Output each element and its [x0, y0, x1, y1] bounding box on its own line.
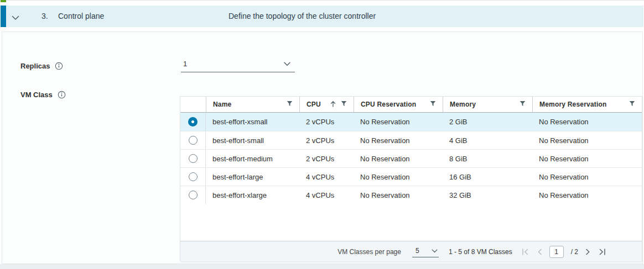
table-row-best-effort-xlarge[interactable]: best-effort-xlarge 4 vCPUs No Reservatio… — [180, 186, 642, 204]
row-range-text: 1 - 5 of 8 VM Classes — [449, 248, 512, 256]
vm-class-label-text: VM Class — [20, 91, 53, 99]
radio-column-header — [180, 97, 206, 112]
column-header-cpu[interactable]: CPU — [299, 97, 354, 112]
cell-cpu: 4 vCPUs — [299, 168, 354, 186]
cell-memory: 32 GiB — [443, 186, 532, 204]
cell-memory: 2 GiB — [443, 113, 532, 131]
chevron-down-icon — [432, 247, 438, 255]
cell-cpu: 2 vCPUs — [299, 150, 354, 167]
cell-memory: 8 GiB — [443, 150, 532, 167]
cell-memory: 16 GiB — [443, 168, 532, 186]
step-number: 3. — [41, 12, 48, 20]
filter-icon[interactable] — [287, 101, 293, 108]
cell-cpu: 4 vCPUs — [299, 186, 354, 204]
table-empty-space — [180, 204, 642, 241]
replicas-label: Replicas — [20, 62, 63, 70]
control-plane-step: 3. Control plane Define the topology of … — [0, 0, 644, 269]
filter-icon[interactable] — [430, 101, 436, 108]
row-radio-button[interactable] — [188, 117, 198, 126]
collapse-chevron-icon[interactable] — [12, 13, 19, 23]
replicas-select[interactable]: 1 — [181, 57, 295, 72]
cell-name: best-effort-medium — [206, 150, 299, 167]
row-radio-button[interactable] — [189, 191, 198, 199]
bottom-edge-strip — [0, 264, 644, 269]
cell-cpu-reservation: No Reservation — [354, 186, 443, 204]
table-row-best-effort-large[interactable]: best-effort-large 4 vCPUs No Reservation… — [180, 167, 642, 186]
row-radio-button[interactable] — [189, 136, 198, 145]
cell-cpu-reservation: No Reservation — [354, 131, 443, 149]
filter-icon[interactable] — [629, 101, 635, 108]
cell-cpu: 2 vCPUs — [299, 131, 354, 149]
replicas-info-icon[interactable] — [55, 62, 63, 70]
vm-class-table: Name CPU CPU Reservation Memory Memory R… — [180, 96, 642, 262]
column-label: CPU — [307, 101, 321, 108]
filter-icon[interactable] — [520, 101, 526, 108]
next-page-button[interactable] — [585, 248, 591, 256]
table-row-best-effort-small[interactable]: best-effort-small 2 vCPUs No Reservation… — [180, 131, 642, 149]
cell-memory-reservation: No Reservation — [532, 131, 642, 149]
page-size-select[interactable]: 5 — [412, 246, 439, 257]
column-label: Memory Reservation — [539, 101, 607, 108]
cell-name: best-effort-xsmall — [206, 113, 299, 131]
cell-name: best-effort-large — [206, 168, 299, 186]
replicas-label-text: Replicas — [20, 62, 50, 70]
column-header-name[interactable]: Name — [206, 97, 299, 112]
column-label: Memory — [450, 101, 476, 108]
cell-name: best-effort-xlarge — [206, 186, 299, 204]
cell-cpu: 2 vCPUs — [299, 113, 354, 131]
accordion-header-control-plane[interactable]: 3. Control plane Define the topology of … — [1, 6, 643, 27]
cell-memory-reservation: No Reservation — [532, 168, 642, 186]
total-pages-text: / 2 — [571, 248, 578, 256]
row-radio-cell — [180, 150, 206, 167]
cell-cpu-reservation: No Reservation — [354, 113, 443, 131]
table-footer: VM Classes per page 5 1 - 5 of 8 VM Clas… — [180, 241, 642, 262]
column-header-cpu-reservation[interactable]: CPU Reservation — [354, 97, 443, 112]
column-label: CPU Reservation — [361, 101, 416, 108]
top-divider — [0, 0, 644, 1]
last-page-button[interactable] — [598, 248, 606, 256]
previous-page-button[interactable] — [537, 248, 542, 256]
sort-ascending-icon — [330, 101, 336, 109]
cell-cpu-reservation: No Reservation — [354, 168, 443, 186]
row-radio-cell — [180, 113, 206, 131]
cell-cpu-reservation: No Reservation — [354, 150, 443, 167]
row-radio-cell — [180, 186, 206, 204]
row-radio-button[interactable] — [189, 172, 198, 181]
column-label: Name — [213, 101, 231, 108]
pagination: / 2 — [521, 246, 606, 258]
table-row-best-effort-medium[interactable]: best-effort-medium 2 vCPUs No Reservatio… — [180, 149, 642, 167]
filter-icon[interactable] — [341, 101, 347, 108]
cell-name: best-effort-small — [206, 131, 299, 149]
current-page-input[interactable] — [549, 246, 564, 258]
page-size-value: 5 — [416, 247, 419, 255]
column-header-memory-reservation[interactable]: Memory Reservation — [532, 97, 642, 112]
step-description: Define the topology of the cluster contr… — [228, 12, 376, 20]
vm-class-label: VM Class — [20, 91, 66, 99]
column-header-memory[interactable]: Memory — [443, 97, 532, 112]
cell-memory: 4 GiB — [443, 131, 532, 149]
vm-class-info-icon[interactable] — [58, 91, 66, 99]
replicas-selected-value: 1 — [183, 60, 187, 68]
cell-memory-reservation: No Reservation — [532, 150, 642, 167]
table-header-row: Name CPU CPU Reservation Memory Memory R… — [180, 97, 642, 113]
step-title: Control plane — [58, 12, 104, 20]
per-page-label: VM Classes per page — [337, 248, 401, 256]
row-radio-cell — [180, 131, 206, 149]
previous-step-completed-edge — [1, 0, 6, 2]
chevron-down-icon — [284, 60, 290, 68]
first-page-button[interactable] — [521, 248, 529, 256]
table-row-best-effort-xsmall[interactable]: best-effort-xsmall 2 vCPUs No Reservatio… — [180, 113, 642, 131]
row-radio-cell — [180, 168, 206, 186]
row-radio-button[interactable] — [189, 154, 198, 163]
cell-memory-reservation: No Reservation — [532, 186, 642, 204]
cell-memory-reservation: No Reservation — [532, 113, 642, 131]
